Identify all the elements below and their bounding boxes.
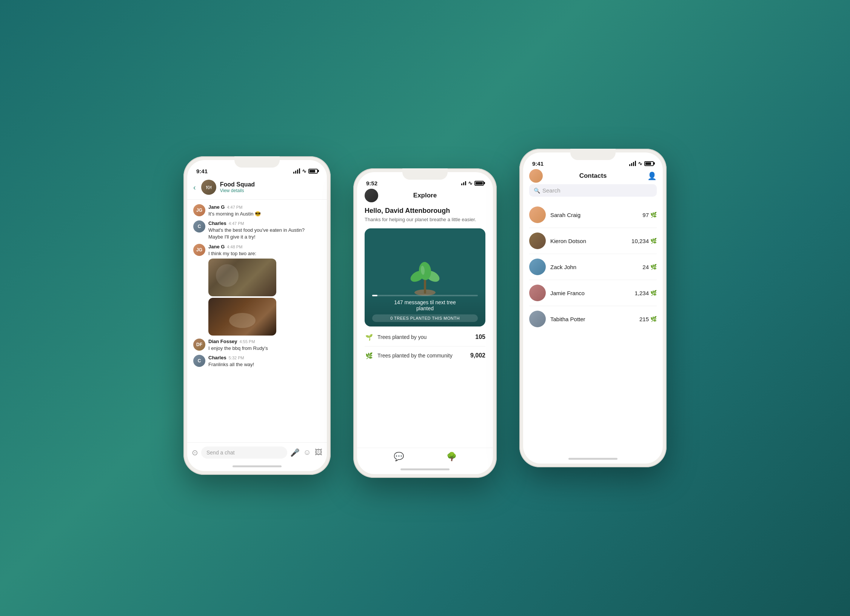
msg-content: Dian Fossey 4:55 PM I enjoy the bbq from…	[208, 339, 321, 352]
group-avatar-img: 🍽	[201, 180, 216, 195]
food-image-2	[208, 298, 276, 336]
stat-row-you: 🌱 Trees planted by you 105	[365, 333, 485, 342]
chat-tab-icon[interactable]: 💬	[394, 452, 404, 462]
contact-item-kieron[interactable]: Kieron Dotson 10,234 🌿	[529, 228, 657, 254]
score-value: 97	[642, 212, 649, 218]
score-value: 215	[639, 316, 649, 322]
msg-content: Jane G 4:48 PM I think my top two are:	[208, 244, 321, 336]
contact-item-zack[interactable]: Zack John 24 🌿	[529, 254, 657, 280]
battery-icon-3	[644, 161, 654, 166]
search-bar[interactable]: 🔍 Search	[529, 184, 657, 197]
stat-row-community: 🌿 Trees planted by the community 9,002	[365, 351, 485, 360]
msg-text: Franlinks all the way!	[208, 361, 321, 368]
status-time-3: 9:41	[532, 160, 544, 167]
message-row: JG Jane G 4:48 PM I think my top two are…	[193, 244, 321, 336]
battery-icon-2	[474, 181, 484, 186]
signal-icon-2	[461, 181, 466, 185]
back-arrow[interactable]: ‹	[193, 183, 196, 192]
leaf-icon: 🌿	[650, 212, 657, 218]
msg-time: 5:32 PM	[229, 356, 244, 360]
stat-label-community: Trees planted by the community	[377, 353, 467, 359]
view-details-link[interactable]: View details	[220, 188, 321, 193]
notch-1	[234, 156, 280, 168]
contact-avatar-jamie	[529, 285, 546, 301]
camera-icon[interactable]: ⊙	[192, 448, 198, 457]
score-value: 1,234	[634, 290, 649, 296]
msg-text: What's the best food you've eaten in Aus…	[208, 227, 321, 234]
chat-input-bar: ⊙ Send a chat 🎤 ☺ 🖼	[187, 442, 327, 462]
community-tree-icon: 🌿	[365, 351, 374, 360]
leaf-icon: 🌿	[650, 264, 657, 270]
status-icons-3: ∿	[629, 160, 654, 166]
contact-item-tabitha[interactable]: Tabitha Potter 215 🌿	[529, 306, 657, 332]
search-icon: 🔍	[534, 188, 540, 194]
msg-sender: Jane G	[208, 244, 225, 249]
msg-text: I think my top two are:	[208, 250, 321, 257]
chat-messages[interactable]: JG Jane G 4:47 PM It's morning in Austin…	[187, 200, 327, 442]
explore-tab-icon[interactable]: 🌳	[447, 452, 457, 462]
msg-avatar: JG	[193, 204, 205, 216]
contact-score-kieron: 10,234 🌿	[631, 238, 657, 244]
contact-score-sarah: 97 🌿	[642, 212, 657, 218]
msg-content: Jane G 4:47 PM It's morning in Austin 😎	[208, 204, 321, 217]
contact-item-sarah[interactable]: Sarah Craig 97 🌿	[529, 202, 657, 228]
msg-avatar: C	[193, 355, 205, 367]
contact-name-kieron: Kieron Dotson	[550, 238, 627, 244]
explore-subtitle: Thanks for helping our planet breathe a …	[365, 216, 485, 223]
message-row: JG Jane G 4:47 PM It's morning in Austin…	[193, 204, 321, 217]
tree-card-bottom: 147 messages til next treeplanted 0 TREE…	[365, 289, 485, 326]
contact-score-zack: 24 🌿	[642, 264, 657, 270]
phone-contacts: 9:41 ∿ Contacts 👤	[519, 149, 667, 467]
stat-value-you: 105	[475, 334, 485, 340]
contact-list: Sarah Craig 97 🌿 Kieron Dotson 10,234 🌿	[523, 202, 663, 332]
leaf-icon: 🌿	[650, 290, 657, 296]
contact-name-tabitha: Tabitha Potter	[550, 316, 635, 322]
stat-value-community: 9,002	[470, 352, 485, 359]
notch-3	[570, 149, 616, 160]
msg-time: 4:55 PM	[240, 339, 255, 344]
msg-avatar: DF	[193, 339, 205, 351]
msg-text: It's morning in Austin 😎	[208, 211, 321, 217]
phone-chat: 9:41 ∿ ‹ 🍽	[183, 156, 331, 475]
msg-time: 4:47 PM	[227, 205, 242, 209]
msg-avatar: C	[193, 220, 205, 233]
msg-text: Maybe I'll give it a try!	[208, 234, 321, 240]
notch-2	[402, 168, 448, 180]
seedling-icon: 🌱	[365, 333, 374, 342]
contact-name-sarah: Sarah Craig	[550, 212, 638, 218]
wifi-icon-1: ∿	[302, 168, 306, 174]
explore-header: Explore	[357, 189, 493, 204]
explore-title: Explore	[413, 192, 437, 199]
phone-explore: 9:52 ∿ Explore	[353, 168, 497, 478]
leaf-icon: 🌿	[650, 316, 657, 322]
contact-score-tabitha: 215 🌿	[639, 316, 657, 322]
msg-time: 4:47 PM	[229, 221, 244, 226]
microphone-icon[interactable]: 🎤	[290, 448, 300, 457]
msg-sender: Charles	[208, 355, 226, 360]
contact-item-jamie[interactable]: Jamie Franco 1,234 🌿	[529, 280, 657, 306]
tree-card-message: 147 messages til next treeplanted	[372, 299, 478, 311]
contacts-header: Contacts 👤	[523, 169, 663, 184]
chat-input-field[interactable]: Send a chat	[201, 447, 287, 459]
msg-sender: Charles	[208, 220, 226, 226]
explore-tab-bar: 💬 🌳	[357, 448, 493, 465]
message-row: DF Dian Fossey 4:55 PM I enjoy the bbq f…	[193, 339, 321, 352]
signal-icon-1	[293, 168, 300, 174]
message-row: C Charles 4:47 PM What's the best food y…	[193, 220, 321, 240]
leaf-icon: 🌿	[650, 238, 657, 244]
stat-label-you: Trees planted by you	[377, 334, 471, 340]
trees-planted-badge: 0 TREES PLANTED THIS MONTH	[372, 314, 478, 322]
status-time-1: 9:41	[196, 168, 208, 174]
tree-card: 147 messages til next treeplanted 0 TREE…	[365, 228, 485, 326]
contacts-user-avatar[interactable]	[529, 169, 543, 183]
image-icon[interactable]: 🖼	[315, 448, 322, 457]
wifi-icon-2: ∿	[468, 180, 473, 186]
user-avatar[interactable]	[365, 189, 378, 202]
home-indicator-2	[400, 468, 450, 470]
add-contact-icon[interactable]: 👤	[647, 171, 657, 180]
group-name: Food Squad	[220, 181, 321, 188]
contact-avatar-kieron	[529, 233, 546, 249]
msg-images	[208, 259, 321, 336]
sticker-icon[interactable]: ☺	[303, 448, 311, 457]
status-icons-2: ∿	[461, 180, 484, 186]
